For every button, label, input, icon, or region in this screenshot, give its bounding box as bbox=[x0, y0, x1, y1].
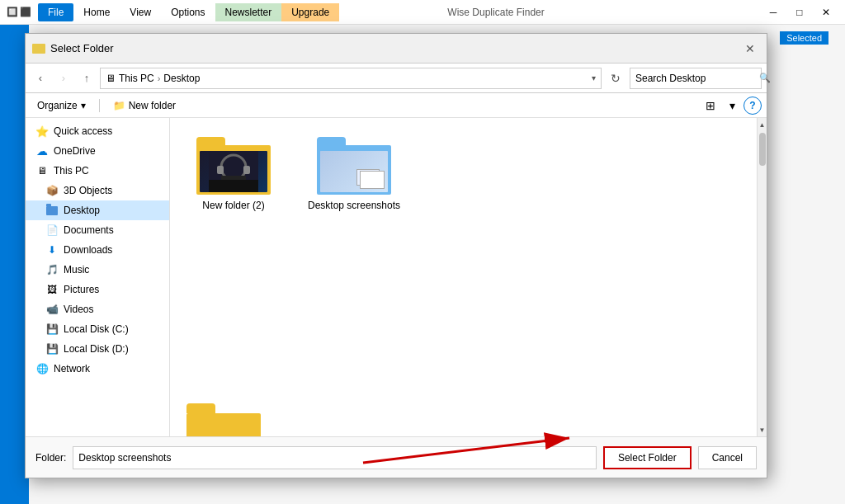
sidebar-label-downloads: Downloads bbox=[64, 244, 112, 256]
forward-button[interactable]: › bbox=[54, 68, 73, 88]
folder-photo-preview bbox=[200, 151, 267, 192]
address-path[interactable]: 🖥 This PC › Desktop ▾ bbox=[100, 68, 602, 89]
maximize-button[interactable]: □ bbox=[787, 4, 812, 21]
sidebar-item-music[interactable]: 🎵 Music bbox=[26, 260, 169, 280]
folder-input[interactable] bbox=[73, 446, 597, 469]
sidebar-item-3d-objects[interactable]: 📦 3D Objects bbox=[26, 181, 169, 200]
refresh-button[interactable]: ↻ bbox=[605, 68, 626, 89]
sidebar-label-music: Music bbox=[64, 264, 89, 276]
tab-professional[interactable]: Upgrade bbox=[281, 3, 339, 21]
address-bar: ‹ › ↑ 🖥 This PC › Desktop ▾ ↻ 🔍 bbox=[26, 64, 767, 93]
sidebar-item-network[interactable]: 🌐 Network bbox=[26, 359, 169, 379]
tab-newsletter[interactable]: Newsletter bbox=[215, 3, 282, 21]
organize-arrow: ▾ bbox=[81, 100, 86, 111]
help-button[interactable]: ? bbox=[744, 97, 762, 115]
tab-view[interactable]: View bbox=[120, 3, 161, 21]
sidebar-item-this-pc[interactable]: 🖥 This PC bbox=[26, 161, 169, 181]
selected-badge: Selected bbox=[780, 31, 828, 45]
sidebar-item-downloads[interactable]: ⬇ Downloads bbox=[26, 240, 169, 260]
3d-objects-icon: 📦 bbox=[45, 184, 59, 197]
path-dropdown-arrow: ▾ bbox=[592, 73, 596, 82]
sidebar-label-documents: Documents bbox=[64, 224, 114, 236]
search-input[interactable] bbox=[635, 73, 759, 84]
pictures-icon: 🖼 bbox=[45, 283, 59, 296]
organize-button[interactable]: Organize ▾ bbox=[31, 98, 92, 113]
folder-field-label: Folder: bbox=[35, 452, 66, 464]
screenshot-mini-1 bbox=[360, 171, 385, 189]
folder-icon-desktop-screenshots bbox=[317, 133, 391, 195]
toolbar-separator bbox=[99, 99, 100, 112]
sidebar-item-desktop[interactable]: Desktop bbox=[26, 200, 169, 220]
sidebar-item-onedrive[interactable]: OneDrive bbox=[26, 141, 169, 161]
desktop-icon bbox=[45, 204, 59, 217]
folder-item-desktop-screenshots[interactable]: Desktop screenshots bbox=[300, 128, 408, 216]
folder-body-selected bbox=[317, 145, 391, 195]
dialog-body: ⭐ Quick access OneDrive 🖥 This PC 📦 3D O… bbox=[26, 118, 767, 436]
sidebar-item-quick-access[interactable]: ⭐ Quick access bbox=[26, 121, 169, 141]
view-options: ⊞ ▾ ? bbox=[701, 96, 762, 115]
sidebar-label-pictures: Pictures bbox=[64, 284, 99, 295]
select-folder-button[interactable]: Select Folder bbox=[603, 446, 692, 469]
new-folder-label: New folder bbox=[129, 100, 176, 111]
folder-blue-preview bbox=[320, 151, 388, 192]
sidebar-item-pictures[interactable]: 🖼 Pictures bbox=[26, 280, 169, 299]
sidebar-label-videos: Videos bbox=[64, 304, 93, 315]
folder-label-new-folder-2: New folder (2) bbox=[202, 200, 264, 211]
svg-rect-5 bbox=[209, 180, 258, 192]
window-controls: ─ □ ✕ bbox=[761, 4, 838, 21]
view-dropdown-button[interactable]: ▾ bbox=[722, 96, 742, 115]
app-title: Wise Duplicate Finder bbox=[447, 7, 544, 18]
folder-partial-container bbox=[186, 403, 261, 436]
search-icon: 🔍 bbox=[759, 73, 771, 83]
folder-body bbox=[196, 145, 271, 195]
cancel-button[interactable]: Cancel bbox=[698, 446, 757, 469]
photo-preview-svg bbox=[209, 151, 258, 192]
up-button[interactable]: ↑ bbox=[77, 68, 97, 88]
tab-options[interactable]: Options bbox=[161, 3, 215, 21]
scrollbar-down-arrow[interactable]: ▼ bbox=[758, 423, 767, 436]
folder-label-desktop-screenshots: Desktop screenshots bbox=[308, 200, 400, 211]
close-app-button[interactable]: ✕ bbox=[814, 4, 838, 21]
minimize-button[interactable]: ─ bbox=[761, 4, 786, 21]
sidebar-label-onedrive: OneDrive bbox=[54, 145, 96, 157]
organize-label: Organize bbox=[37, 100, 78, 111]
path-desktop: Desktop bbox=[163, 73, 200, 84]
search-box[interactable]: 🔍 bbox=[630, 68, 762, 89]
path-separator-1: › bbox=[158, 73, 161, 83]
onedrive-icon bbox=[35, 144, 49, 158]
sidebar-item-local-disk-c[interactable]: 💾 Local Disk (C:) bbox=[26, 319, 169, 339]
dialog-close-button[interactable]: ✕ bbox=[740, 39, 760, 59]
sidebar-label-quick-access: Quick access bbox=[54, 125, 112, 137]
svg-rect-2 bbox=[217, 166, 224, 174]
dialog-title-left: Select Folder bbox=[32, 42, 114, 54]
folder-inner-selected bbox=[320, 151, 388, 192]
folder-item-new-folder-2[interactable]: New folder (2) bbox=[180, 128, 287, 216]
local-disk-d-icon: 💾 bbox=[45, 342, 59, 356]
sidebar-label-this-pc: This PC bbox=[54, 165, 89, 177]
scrollbar-thumb[interactable] bbox=[759, 133, 766, 166]
sidebar-label-network: Network bbox=[54, 363, 90, 374]
sidebar-item-documents[interactable]: 📄 Documents bbox=[26, 220, 169, 240]
dialog-footer: Folder: Select Folder Cancel bbox=[26, 436, 767, 478]
folder-title-icon bbox=[32, 44, 45, 54]
back-button[interactable]: ‹ bbox=[31, 68, 50, 88]
sidebar-label-3d-objects: 3D Objects bbox=[64, 185, 112, 196]
scrollbar-up-arrow[interactable]: ▲ bbox=[758, 118, 767, 131]
sidebar-item-local-disk-d[interactable]: 💾 Local Disk (D:) bbox=[26, 339, 169, 359]
tab-home[interactable]: Home bbox=[73, 3, 120, 21]
new-folder-button[interactable]: 📁 New folder bbox=[106, 98, 182, 113]
quick-access-icon: ⭐ bbox=[35, 125, 49, 138]
new-folder-icon: 📁 bbox=[113, 100, 125, 111]
dialog-title-bar: Select Folder ✕ bbox=[26, 34, 767, 64]
sidebar-item-videos[interactable]: 📹 Videos bbox=[26, 299, 169, 319]
sidebar-label-desktop: Desktop bbox=[64, 205, 100, 216]
local-disk-c-icon: 💾 bbox=[45, 323, 59, 336]
tab-file[interactable]: File bbox=[38, 3, 73, 21]
documents-icon: 📄 bbox=[45, 224, 59, 237]
svg-rect-3 bbox=[243, 166, 250, 174]
folder-inner bbox=[200, 151, 267, 192]
select-folder-dialog: Select Folder ✕ ‹ › ↑ 🖥 This PC › Deskto… bbox=[25, 33, 767, 478]
view-icons-button[interactable]: ⊞ bbox=[701, 96, 720, 115]
downloads-icon: ⬇ bbox=[45, 243, 59, 257]
app-title-bar: 🔲 ⬛ File Home View Options Newsletter Up… bbox=[0, 0, 845, 25]
